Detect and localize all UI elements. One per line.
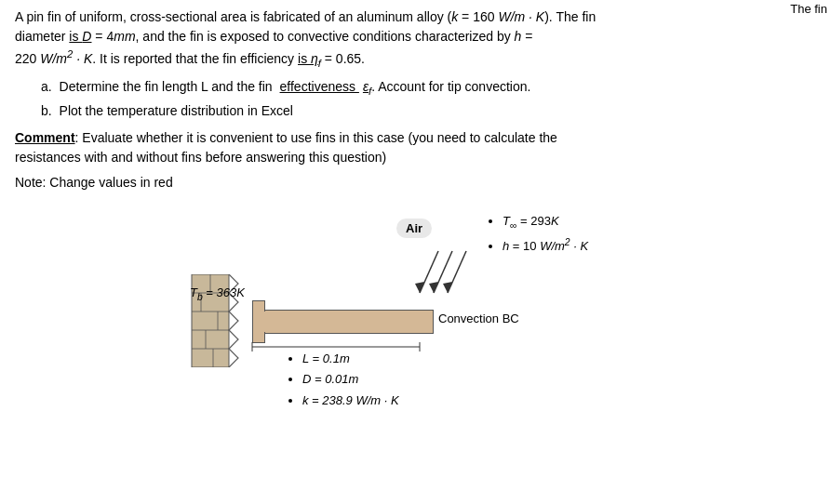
svg-line-4 [448,251,466,293]
list-text-b: Plot the temperature distribution in Exc… [60,103,293,118]
intro-line1: A pin fin of uniform, cross-sectional ar… [15,9,596,24]
intro-line2: diameter is D = 4mm, and the fin is expo… [15,29,532,44]
intro-paragraph: A pin fin of uniform, cross-sectional ar… [15,7,816,71]
info-h: h = 10 W/m2 · K [503,234,588,257]
list-label-b: b. [41,103,52,118]
comment-line2: resistances with and without fins before… [15,150,386,165]
diagram-area: Air T∞ = 293K h = 10 W/m2 · K [89,200,741,405]
bullet-k: k = 238.9 W/m · K [302,391,399,411]
list-item-a: a. Determine the fin length L and the fi… [37,76,816,100]
convection-bc-label: Convection BC [438,312,519,325]
bottom-bullets: L = 0.1m D = 0.01m k = 238.9 W/m · K [289,349,399,410]
svg-marker-1 [415,282,424,293]
tb-label: Tb = 363K [190,285,245,302]
fin-nub-top [252,300,265,312]
list-item-b: b. Plot the temperature distribution in … [37,100,816,121]
bullet-L: L = 0.1m [302,349,399,369]
comment-label: Comment: Evaluate whether it is convenie… [15,130,557,145]
svg-marker-5 [443,282,452,293]
intro-line3: 220 W/m2 · K. It is reported that the fi… [15,51,365,66]
list-label-a: a. [41,79,52,94]
info-box: T∞ = 293K h = 10 W/m2 · K [489,211,588,257]
svg-marker-3 [429,282,438,293]
info-temp: T∞ = 293K [503,211,588,233]
list-text-a: Determine the fin length L and the fin e… [60,79,531,94]
air-label: Air [396,219,432,238]
bullet-D: D = 0.01m [302,369,399,390]
fin-body [252,310,434,334]
main-content: A pin fin of uniform, cross-sectional ar… [0,0,831,412]
note-section: Note: Change values in red [15,173,816,192]
note-text: Note: Change values in red [15,175,173,190]
arrows-svg [410,246,485,312]
comment-section: Comment: Evaluate whether it is convenie… [15,128,816,167]
